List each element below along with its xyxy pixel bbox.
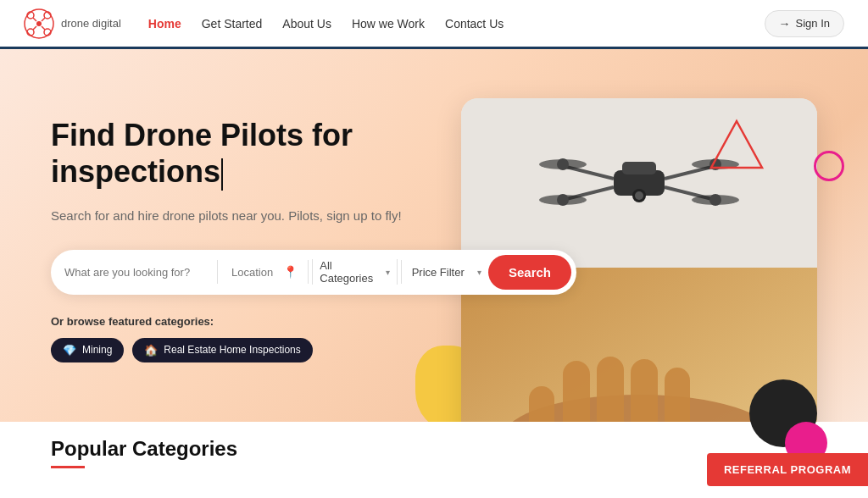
svg-point-2 bbox=[27, 12, 34, 19]
cursor bbox=[221, 158, 223, 191]
categories-label: All Categories bbox=[320, 259, 385, 285]
popular-underline bbox=[51, 466, 85, 468]
svg-point-23 bbox=[557, 194, 569, 206]
category-tag-mining[interactable]: 💎 Mining bbox=[51, 338, 124, 362]
hero-content: Find Drone Pilots for inspections Search… bbox=[51, 117, 475, 362]
nav-link-contact[interactable]: Contact Us bbox=[445, 17, 504, 30]
popular-title: Popular Categories bbox=[51, 437, 237, 461]
circle-outline-decoration bbox=[814, 151, 844, 181]
logo-icon bbox=[24, 8, 54, 39]
search-input[interactable] bbox=[64, 259, 214, 285]
svg-rect-12 bbox=[622, 162, 656, 174]
svg-point-26 bbox=[635, 191, 643, 200]
divider-1 bbox=[217, 260, 218, 284]
navbar: drone digital Home Get Started About Us … bbox=[0, 0, 868, 49]
search-bar: 📍 All Categories ▾ Price Filter ▾ Search bbox=[51, 250, 576, 295]
referral-program-button[interactable]: REFERRAL PROGRAM bbox=[707, 453, 868, 486]
svg-point-5 bbox=[44, 29, 51, 36]
popular-title-group: Popular Categories bbox=[51, 437, 237, 468]
svg-point-24 bbox=[709, 194, 721, 206]
nav-right: → Sign In bbox=[765, 10, 844, 37]
svg-point-1 bbox=[36, 21, 42, 26]
category-tag-real-estate[interactable]: 🏠 Real Estate Home Inspections bbox=[132, 338, 312, 362]
sign-in-icon: → bbox=[779, 17, 791, 30]
hero-title: Find Drone Pilots for inspections bbox=[51, 117, 475, 191]
categories-dropdown[interactable]: All Categories ▾ bbox=[312, 259, 397, 285]
nav-left: drone digital Home Get Started About Us … bbox=[24, 8, 504, 39]
svg-line-8 bbox=[33, 26, 36, 30]
real-estate-label: Real Estate Home Inspections bbox=[164, 344, 300, 356]
location-wrapper: 📍 bbox=[221, 259, 304, 285]
svg-point-4 bbox=[27, 29, 34, 36]
featured-label: Or browse featured categories: bbox=[51, 315, 475, 328]
nav-link-how-we-work[interactable]: How we Work bbox=[352, 17, 425, 30]
mining-icon: 💎 bbox=[63, 344, 76, 357]
mining-label: Mining bbox=[82, 344, 112, 356]
chevron-down-icon: ▾ bbox=[386, 268, 390, 277]
price-filter-dropdown[interactable]: Price Filter ▾ bbox=[405, 266, 488, 279]
triangle-decoration bbox=[707, 117, 766, 172]
svg-line-6 bbox=[33, 18, 36, 21]
svg-line-9 bbox=[42, 26, 45, 30]
nav-link-home[interactable]: Home bbox=[148, 17, 181, 30]
svg-marker-10 bbox=[711, 121, 762, 168]
real-estate-icon: 🏠 bbox=[144, 344, 158, 357]
svg-line-7 bbox=[42, 18, 45, 21]
logo-text: drone digital bbox=[61, 17, 121, 30]
hero-subtitle: Search for and hire drone pilots near yo… bbox=[51, 206, 475, 226]
nav-links: Home Get Started About Us How we Work Co… bbox=[148, 17, 504, 30]
divider-3 bbox=[401, 260, 402, 284]
svg-point-3 bbox=[44, 12, 51, 19]
price-filter-label: Price Filter bbox=[412, 266, 477, 279]
pin-icon: 📍 bbox=[283, 265, 298, 279]
category-tags: 💎 Mining 🏠 Real Estate Home Inspections bbox=[51, 338, 475, 362]
divider-2 bbox=[308, 260, 309, 284]
svg-point-21 bbox=[557, 158, 569, 170]
chevron-down-icon-price: ▾ bbox=[477, 268, 481, 277]
featured-categories-section: Or browse featured categories: 💎 Mining … bbox=[51, 315, 475, 362]
location-input[interactable] bbox=[228, 259, 280, 285]
sign-in-label: Sign In bbox=[796, 17, 830, 30]
nav-link-about[interactable]: About Us bbox=[282, 17, 331, 30]
search-button[interactable]: Search bbox=[488, 255, 571, 290]
nav-link-get-started[interactable]: Get Started bbox=[202, 17, 263, 30]
sign-in-button[interactable]: → Sign In bbox=[765, 10, 844, 37]
hero-section: Find Drone Pilots for inspections Search… bbox=[0, 49, 868, 498]
logo[interactable]: drone digital bbox=[24, 8, 121, 39]
